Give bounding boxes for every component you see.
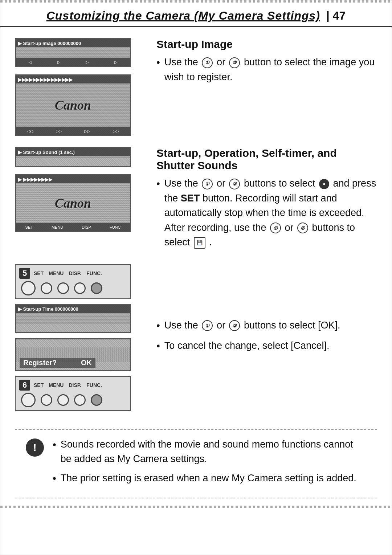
screen-startup-image-2: ▶▶▶▶▶▶▶▶▶▶▶▶▶▶▶ Canon ◁◁ ▷▷ ▷▷ ▷▷ [15, 74, 131, 136]
step6-btn4 [74, 394, 86, 406]
step6-number: 6 [19, 380, 30, 391]
screen-register: Register? OK [15, 338, 131, 371]
steps-bullet-1: • Use the ① or ② buttons to select [OK]. [156, 318, 377, 333]
steps-text-2: To cancel the change, select [Cancel]. [164, 338, 330, 353]
step6-btn1 [21, 393, 36, 407]
section-sounds: ▶ Start-up Sound (1 sec.) ▶ ▶▶▶▶▶▶▶▶ Can… [15, 147, 377, 253]
step5-btn5 [91, 282, 102, 294]
note-item-1: • Sounds recorded with the movie and sou… [53, 437, 366, 466]
section-startup-image: ▶ Start-up Image 000000000 ◁ ▷ ▷ ▷ ▶▶▶▶▶… [15, 38, 377, 136]
steps-text-1: Use the ① or ② buttons to select [OK]. [164, 318, 340, 333]
sounds-dial-3: ① [270, 223, 281, 233]
sounds-title: Start-up, Operation, Self-timer, and Shu… [156, 147, 377, 172]
step5-screen1-top: ▶ Start-up Time 000000000 [16, 305, 130, 313]
steps-dial-1: ① [202, 320, 213, 331]
sounds-screen2-top: ▶ ▶▶▶▶▶▶▶▶ [16, 175, 130, 183]
bullet-dot: • [156, 55, 160, 70]
step5-control-labels: SET MENU DISP. FUNC. [34, 270, 102, 276]
note-item-2: • The prior setting is erased when a new… [53, 471, 366, 486]
screen1-bottom-bar: ◁ ▷ ▷ ▷ [16, 58, 130, 66]
screen-sounds-2: ▶ ▶▶▶▶▶▶▶▶ Canon SET MENU DISP FUNC [15, 174, 131, 232]
screen2-top-bar: ▶▶▶▶▶▶▶▶▶▶▶▶▶▶▶ [16, 76, 130, 83]
note-icon: ! [26, 438, 44, 457]
screen-sounds-1: ▶ Start-up Sound (1 sec.) [15, 147, 131, 167]
page-title: Customizing the Camera (My Camera Settin… [46, 9, 320, 23]
steps-bullets: • Use the ① or ② buttons to select [OK].… [156, 318, 377, 357]
note-content: • Sounds recorded with the movie and sou… [53, 437, 366, 490]
sounds-screen-top: ▶ Start-up Sound (1 sec.) [16, 148, 130, 156]
steps-right-column: • Use the ① or ② buttons to select [OK].… [156, 264, 377, 411]
canon-logo: Canon [55, 98, 91, 113]
step5-control-bar: 5 SET MENU DISP. FUNC. [15, 264, 131, 299]
step5-btn1 [21, 281, 36, 295]
sounds-canon-logo: Canon [55, 196, 91, 211]
step5-header: 5 SET MENU DISP. FUNC. [19, 268, 127, 279]
sounds-circle-icon: ● [319, 179, 329, 189]
step5-btn4 [74, 282, 86, 294]
page-number: | 47 [323, 9, 346, 23]
steps-dial-2: ② [229, 320, 240, 331]
sounds-bullet-1: • Use the ① or ② buttons to select ● and… [156, 176, 377, 250]
left-screens-sounds: ▶ Start-up Sound (1 sec.) ▶ ▶▶▶▶▶▶▶▶ Can… [15, 147, 142, 253]
step5-buttons-row [19, 281, 127, 295]
step6-header: 6 SET MENU DISP. FUNC. [19, 380, 127, 391]
screen-startup-image-1: ▶ Start-up Image 000000000 ◁ ▷ ▷ ▷ [15, 38, 131, 67]
right-sounds: Start-up, Operation, Self-timer, and Shu… [156, 147, 377, 253]
left-screens-startup: ▶ Start-up Image 000000000 ◁ ▷ ▷ ▷ ▶▶▶▶▶… [15, 38, 142, 136]
sounds-dial-4: ② [297, 223, 308, 233]
register-label: Register? OK [20, 358, 95, 368]
sounds-save-icon: 💾 [194, 237, 205, 249]
note-list: • Sounds recorded with the movie and sou… [53, 437, 366, 486]
sounds-dial-1: ① [202, 179, 213, 189]
btn-dial-2: ② [229, 57, 240, 68]
main-content: ▶ Start-up Image 000000000 ◁ ▷ ▷ ▷ ▶▶▶▶▶… [0, 38, 392, 498]
step6-btn2 [41, 394, 52, 406]
step5-number: 5 [19, 268, 30, 279]
page-wrapper: Customizing the Camera (My Camera Settin… [0, 0, 392, 555]
step6-control-labels: SET MENU DISP. FUNC. [34, 382, 102, 388]
sounds-dial-2: ② [229, 179, 240, 189]
startup-image-text: Use the ① or ② button to select the imag… [164, 55, 377, 84]
step5-btn2 [41, 282, 52, 294]
steps-bullet-dot-1: • [156, 318, 160, 333]
sounds-bullets: • Use the ① or ② buttons to select ● and… [156, 176, 377, 253]
screen1-top-bar: ▶ Start-up Image 000000000 [16, 39, 130, 47]
note-section: ! • Sounds recorded with the movie and s… [15, 429, 377, 498]
step5-btn3 [57, 282, 69, 294]
steps-bullet-2: • To cancel the change, select [Cancel]. [156, 338, 377, 354]
note-bullet-2: • [53, 471, 56, 486]
section-steps: 5 SET MENU DISP. FUNC. [15, 264, 377, 411]
steps-bullet-dot-2: • [156, 338, 160, 354]
step6-btn3 [57, 394, 69, 406]
sounds-bullet-dot: • [156, 176, 160, 191]
startup-image-bullet-1: • Use the ① or ② button to select the im… [156, 55, 377, 84]
sounds-text: Use the ① or ② buttons to select ● and p… [164, 176, 377, 250]
screen-step5-1: ▶ Start-up Time 000000000 [15, 304, 131, 333]
screen2-bottom-bar: ◁◁ ▷▷ ▷▷ ▷▷ [16, 127, 130, 135]
steps-left-column: 5 SET MENU DISP. FUNC. [15, 264, 142, 411]
btn-dial-1: ① [202, 57, 213, 68]
sounds-screen2-bottom: SET MENU DISP FUNC [16, 223, 130, 231]
startup-image-bullets: • Use the ① or ② button to select the im… [156, 55, 377, 88]
bottom-border [0, 506, 392, 508]
right-startup-image: Start-up Image • Use the ① or ② button t… [156, 38, 377, 136]
step6-btn5 [91, 394, 102, 406]
page-header: Customizing the Camera (My Camera Settin… [0, 3, 392, 27]
step6-buttons-row [19, 393, 127, 407]
startup-image-title: Start-up Image [156, 38, 377, 50]
step6-control-bar: 6 SET MENU DISP. FUNC. [15, 376, 131, 411]
note-bullet-1: • [53, 437, 56, 452]
